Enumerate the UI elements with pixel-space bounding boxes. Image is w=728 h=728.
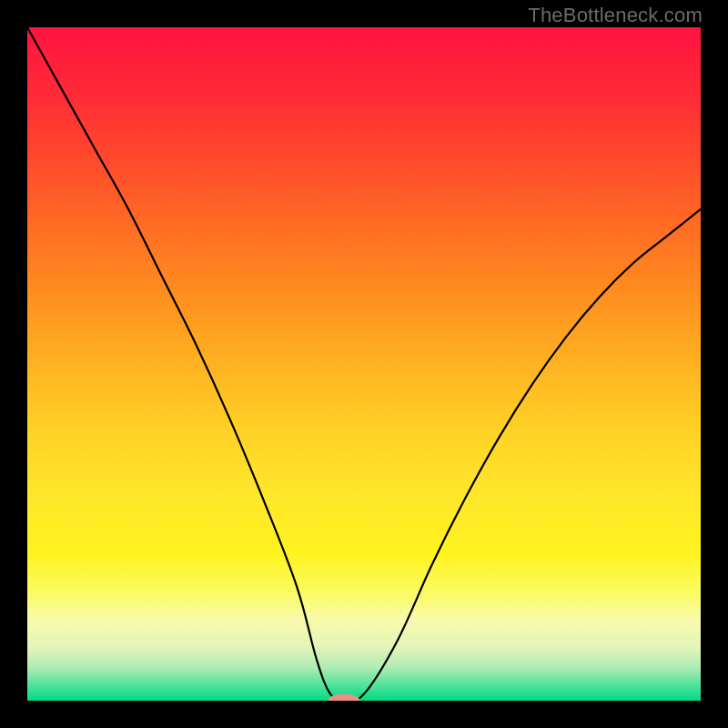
chart-svg [27, 27, 701, 701]
attribution-label: TheBottleneck.com [528, 4, 703, 27]
gradient-background [27, 27, 701, 701]
plot-area [27, 27, 701, 701]
chart-frame: TheBottleneck.com [0, 0, 728, 728]
